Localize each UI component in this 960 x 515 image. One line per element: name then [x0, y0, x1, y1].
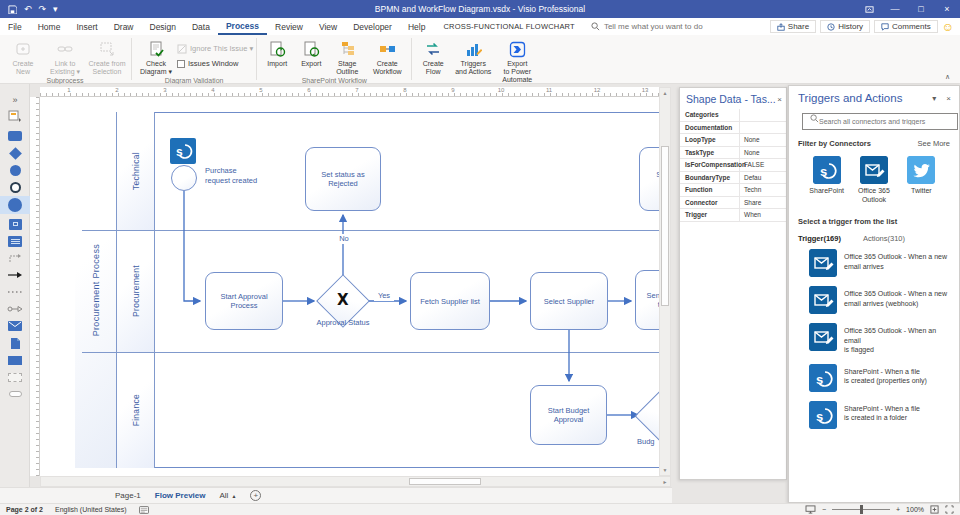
- create-from-selection-button[interactable]: Create from Selection: [86, 37, 128, 76]
- tab-help[interactable]: Help: [400, 18, 433, 35]
- stencil-subprocess-shape[interactable]: [0, 216, 30, 232]
- trigger-list-item[interactable]: s SharePoint - When a file is created in…: [789, 401, 959, 429]
- vertical-scrollbar[interactable]: ▲ ▼: [659, 87, 671, 476]
- stencil-association-connector[interactable]: [0, 301, 30, 317]
- collapse-ribbon-button[interactable]: ∧: [945, 73, 950, 81]
- scroll-right-icon[interactable]: ►: [661, 478, 669, 485]
- task-set-status-approved-partial[interactable]: Set A: [639, 147, 659, 211]
- shape-data-row[interactable]: TriggerWhen: [680, 209, 786, 222]
- connector-sharepoint[interactable]: s SharePoint: [803, 156, 850, 204]
- stencil-data-shape[interactable]: [0, 352, 30, 368]
- check-diagram-button[interactable]: Check Diagram ▾: [135, 37, 177, 76]
- issues-window-checkbox[interactable]: Issues Window: [177, 56, 253, 71]
- shape-data-row[interactable]: IsForCompensationFALSE: [680, 159, 786, 172]
- scroll-up-icon[interactable]: ▲: [661, 89, 669, 97]
- tab-home[interactable]: Home: [30, 18, 69, 35]
- trigger-list-item[interactable]: Office 365 Outlook - When a new email ar…: [789, 249, 959, 277]
- restore-button[interactable]: □: [908, 0, 934, 18]
- import-button[interactable]: Import: [260, 37, 294, 68]
- close-icon[interactable]: ×: [946, 94, 951, 103]
- stencil-pill-shape[interactable]: [0, 386, 30, 402]
- shape-data-row[interactable]: TaskTypeNone: [680, 147, 786, 160]
- vertical-scroll-thumb[interactable]: [661, 146, 669, 306]
- stage-outline-button[interactable]: Stage Outline: [328, 37, 366, 76]
- tab-insert[interactable]: Insert: [68, 18, 105, 35]
- stencil-dotted-line[interactable]: [0, 284, 30, 300]
- export-to-power-automate-button[interactable]: Export to Power Automate: [495, 37, 539, 84]
- horizontal-scroll-thumb[interactable]: [409, 478, 481, 485]
- fit-page-icon[interactable]: [930, 505, 939, 514]
- stencil-page-shape[interactable]: [0, 233, 30, 249]
- horizontal-scrollbar[interactable]: ►: [40, 476, 671, 487]
- create-flow-button[interactable]: Create Flow: [415, 37, 451, 76]
- minimize-button[interactable]: —: [882, 0, 908, 18]
- tab-data[interactable]: Data: [184, 18, 218, 35]
- zoom-slider-thumb[interactable]: [860, 505, 863, 514]
- zoom-in-button[interactable]: +: [896, 506, 900, 513]
- create-workflow-button[interactable]: Create Workflow: [366, 37, 408, 76]
- undo-button[interactable]: ↶: [24, 5, 32, 14]
- presentation-mode-icon[interactable]: [805, 505, 816, 514]
- connector-search-input[interactable]: [802, 113, 958, 130]
- language-indicator[interactable]: English (United States): [55, 506, 127, 513]
- page-indicator[interactable]: Page 2 of 2: [6, 506, 43, 513]
- connector-office-365-outlook[interactable]: Office 365 Outlook: [850, 156, 897, 204]
- zoom-level[interactable]: 100%: [906, 506, 924, 513]
- stencil-message-shape[interactable]: [0, 318, 30, 334]
- lane-technical[interactable]: Technical: [117, 112, 155, 230]
- export-button[interactable]: Export: [294, 37, 328, 68]
- lane-finance[interactable]: Finance: [117, 352, 155, 468]
- shape-data-row[interactable]: Documentation: [680, 122, 786, 135]
- stencil-start-event-shape[interactable]: [0, 162, 30, 178]
- stencil-group-shape[interactable]: [0, 369, 30, 385]
- tab-developer[interactable]: Developer: [345, 18, 400, 35]
- stencil-task-shape[interactable]: [0, 128, 30, 144]
- sharepoint-trigger-icon[interactable]: s: [170, 138, 196, 164]
- history-button[interactable]: History: [820, 20, 870, 33]
- stencil-gateway-shape[interactable]: [0, 145, 30, 161]
- task-set-status-rejected[interactable]: Set status as Rejected: [305, 147, 381, 211]
- feedback-smiley-icon[interactable]: ☺: [942, 21, 954, 33]
- stencil-arrow-connector[interactable]: [0, 267, 30, 283]
- link-to-existing-button[interactable]: Link to Existing ▾: [44, 37, 86, 76]
- lane-procurement[interactable]: Procurement: [117, 230, 155, 352]
- save-icon[interactable]: [8, 5, 17, 14]
- task-start-budget-approval[interactable]: Start Budget Approval: [530, 385, 607, 445]
- tab-file[interactable]: File: [0, 18, 30, 35]
- process-title-lane[interactable]: Procurement Process: [75, 112, 117, 468]
- tab-actions[interactable]: Actions(310): [863, 234, 905, 243]
- ignore-this-issue-button[interactable]: Ignore This Issue ▾: [177, 41, 253, 56]
- close-icon[interactable]: ×: [777, 95, 782, 104]
- trigger-list-item[interactable]: Office 365 Outlook - When a new email ar…: [789, 286, 959, 314]
- tell-me-box[interactable]: Tell me what you want to do: [585, 22, 703, 31]
- stencil-end-event-shape[interactable]: [0, 179, 30, 195]
- tab-triggers[interactable]: Trigger(169): [798, 234, 841, 243]
- insert-page-button[interactable]: +: [250, 490, 261, 501]
- all-pages-dropdown[interactable]: All ▲: [219, 491, 236, 500]
- triggers-and-actions-button[interactable]: Triggers and Actions: [451, 37, 495, 76]
- tab-review[interactable]: Review: [267, 18, 311, 35]
- drawing-canvas[interactable]: Procurement Process Technical Procuremen…: [40, 97, 659, 476]
- panel-options-icon[interactable]: ▾: [932, 94, 936, 103]
- comments-button[interactable]: Comments: [874, 20, 938, 33]
- shape-data-row[interactable]: BoundaryTypeDefau: [680, 172, 786, 185]
- see-more-link[interactable]: See More: [917, 139, 950, 148]
- stencil-more-shapes-icon[interactable]: [0, 108, 30, 124]
- scroll-down-icon[interactable]: ▼: [661, 466, 669, 474]
- stencil-intermediate-event-shape-selected[interactable]: [0, 196, 30, 214]
- redo-button[interactable]: ↷: [39, 5, 47, 14]
- shape-data-row[interactable]: FunctionTechn: [680, 184, 786, 197]
- share-button[interactable]: Share: [770, 20, 816, 33]
- tab-process[interactable]: Process: [218, 18, 267, 35]
- connector-twitter[interactable]: Twitter: [898, 156, 945, 204]
- tab-cross-functional-flowchart[interactable]: CROSS-FUNCTIONAL FLOWCHART: [433, 18, 584, 35]
- task-send-purchase-order-partial[interactable]: Send Pu to: [635, 270, 659, 330]
- start-event-circle[interactable]: [171, 165, 197, 191]
- page-tab-page-1[interactable]: Page-1: [115, 491, 141, 500]
- trigger-list-item[interactable]: s SharePoint - When a file is created (p…: [789, 364, 959, 392]
- customize-qat-button[interactable]: ▾: [53, 5, 58, 14]
- stencil-document-shape[interactable]: [0, 335, 30, 351]
- fullscreen-icon[interactable]: [945, 505, 954, 514]
- shape-data-row[interactable]: Categories: [680, 109, 786, 122]
- tab-draw[interactable]: Draw: [106, 18, 142, 35]
